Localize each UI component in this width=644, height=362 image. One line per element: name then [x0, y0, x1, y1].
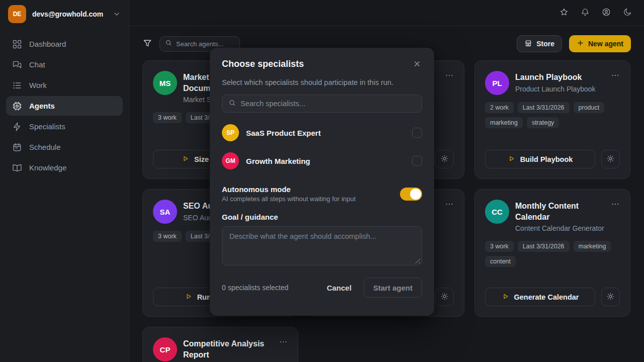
agent-badge: marketing [485, 117, 523, 128]
sidebar-item-schedule[interactable]: Schedule [6, 137, 123, 157]
store-button[interactable]: Store [517, 35, 562, 52]
agent-avatar: SA [153, 200, 177, 224]
moon-icon [623, 8, 632, 18]
sidebar-item-label: Dashboard [29, 40, 66, 48]
specialist-row-growth-marketing[interactable]: GM Growth Marketing [222, 147, 422, 175]
more-menu-button[interactable] [445, 71, 454, 81]
agent-badge: 3 work [485, 241, 514, 252]
more-menu-button[interactable] [611, 200, 620, 210]
specialist-row-saas-product-expert[interactable]: SP SaaS Product Expert [222, 119, 422, 147]
chevron-down-icon [113, 10, 121, 18]
specialist-checkbox[interactable] [412, 156, 422, 166]
sidebar-item-chat[interactable]: Chat [6, 55, 123, 74]
agent-card-content-calendar: CC Monthly Content Calendar Content Cale… [474, 189, 630, 317]
autonomous-mode-toggle[interactable] [400, 188, 422, 201]
goal-guidance-textarea[interactable] [222, 226, 422, 265]
ellipsis-icon [279, 337, 288, 348]
new-agent-button[interactable]: New agent [569, 35, 631, 52]
close-dialog-button[interactable] [412, 59, 422, 70]
filter-button[interactable] [142, 36, 152, 52]
specialist-avatar: GM [222, 152, 239, 169]
run-agent-button[interactable]: Generate Calendar [485, 288, 595, 306]
agent-avatar: CC [485, 200, 509, 224]
agent-settings-button[interactable] [601, 150, 620, 168]
play-icon [185, 293, 192, 302]
toggle-knob [410, 189, 421, 200]
agent-title: Monthly Content Calendar [515, 201, 605, 222]
agent-badge: Last 3/31/2026 [518, 102, 570, 113]
agent-badge: product [574, 102, 605, 113]
store-icon [524, 39, 532, 49]
grid-icon [12, 39, 22, 49]
star-button[interactable] [556, 6, 572, 21]
sidebar-item-label: Knowledge [29, 163, 66, 172]
gear-icon [606, 292, 615, 302]
calendar-icon [12, 142, 22, 152]
agent-subtitle: Product Launch Playbook [515, 84, 605, 95]
gear-icon [606, 154, 615, 164]
notifications-button[interactable] [578, 6, 593, 21]
gear-icon [440, 154, 449, 164]
agent-card-launch-playbook: PL Launch Playbook Product Launch Playbo… [474, 60, 630, 179]
sidebar-item-label: Agents [29, 102, 55, 110]
agent-card-competitive-analysis: CP Competitive Analysis Report [142, 327, 298, 362]
bolt-icon [12, 122, 22, 132]
sidebar-item-agents[interactable]: Agents [6, 96, 123, 116]
agent-badge: content [485, 256, 516, 267]
run-agent-button[interactable]: Build Playbook [485, 150, 595, 168]
plus-icon [577, 39, 584, 48]
sidebar-item-work[interactable]: Work [6, 75, 123, 95]
cancel-button[interactable]: Cancel [319, 280, 358, 296]
agent-badge: marketing [574, 241, 611, 252]
user-circle-icon [602, 8, 611, 18]
dark-mode-button[interactable] [620, 6, 635, 21]
more-menu-button[interactable] [279, 337, 288, 347]
agent-settings-button[interactable] [435, 150, 454, 168]
agent-badge: 3 work [153, 231, 182, 242]
app-root: DE devs@growhold.com Dashboard Chat Work… [0, 0, 644, 362]
run-agent-button-label: Generate Calendar [514, 293, 579, 301]
more-menu-button[interactable] [445, 200, 454, 210]
gear-icon [440, 292, 449, 302]
specialist-name: SaaS Product Expert [246, 129, 405, 137]
ellipsis-icon [611, 71, 620, 81]
sidebar-item-specialists[interactable]: Specialists [6, 117, 123, 136]
book-icon [12, 163, 22, 173]
agent-badge: 2 work [485, 102, 514, 113]
sidebar: DE devs@growhold.com Dashboard Chat Work… [0, 0, 129, 362]
specialists-list: SP SaaS Product Expert GM Growth Marketi… [222, 119, 422, 175]
ellipsis-icon [445, 71, 454, 81]
more-menu-button[interactable] [611, 71, 620, 81]
sidebar-nav: Dashboard Chat Work Agents Specialists S… [0, 30, 129, 182]
specialist-name: Growth Marketing [246, 157, 405, 165]
list-icon [12, 80, 22, 90]
ellipsis-icon [611, 200, 620, 210]
sidebar-item-knowledge[interactable]: Knowledge [6, 158, 123, 177]
sidebar-item-label: Specialists [29, 122, 65, 131]
selected-count: 0 specialists selected [222, 284, 319, 292]
autonomous-mode-title: Autonomous mode [222, 185, 392, 194]
ellipsis-icon [445, 200, 454, 210]
autonomous-mode-description: AI completes all steps without waiting f… [222, 195, 392, 203]
dialog-title: Choose specialists [222, 59, 304, 69]
specialist-avatar: SP [222, 124, 239, 141]
start-agent-button[interactable]: Start agent [364, 278, 422, 298]
sidebar-item-label: Work [29, 81, 47, 89]
agent-badge: 3 work [153, 112, 182, 123]
star-icon [559, 8, 569, 18]
play-icon [508, 155, 515, 164]
agent-avatar: PL [485, 71, 509, 95]
play-icon [502, 293, 509, 302]
agent-settings-button[interactable] [435, 288, 454, 306]
specialist-checkbox[interactable] [412, 128, 422, 138]
profile-button[interactable] [599, 6, 614, 21]
sidebar-item-dashboard[interactable]: Dashboard [6, 34, 123, 54]
specialists-search [222, 95, 422, 113]
account-email: devs@growhold.com [32, 10, 107, 18]
specialists-search-input[interactable] [240, 100, 416, 108]
agent-settings-button[interactable] [601, 288, 620, 306]
dialog-footer: 0 specialists selected Cancel Start agen… [222, 278, 422, 298]
agents-search-input[interactable] [176, 40, 234, 48]
search-icon [165, 39, 172, 48]
account-switcher[interactable]: DE devs@growhold.com [0, 0, 129, 30]
